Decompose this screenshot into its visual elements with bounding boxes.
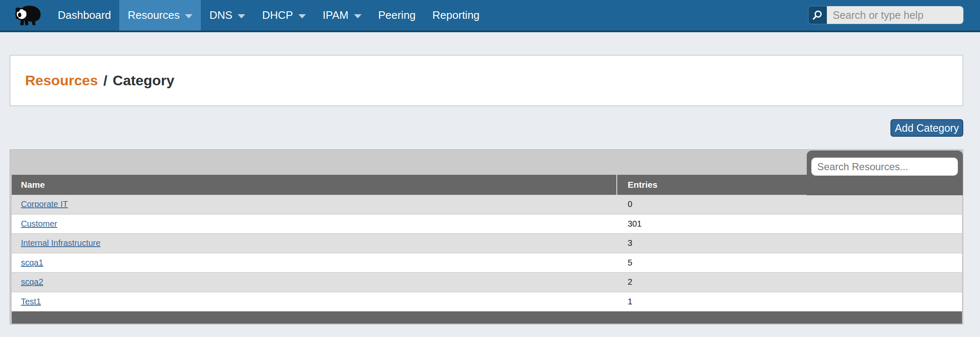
entries-count: 1 (616, 297, 962, 306)
nav-item-resources[interactable]: Resources (119, 0, 201, 31)
page-title: Category (113, 72, 174, 89)
table-row: Corporate IT 0 (12, 195, 962, 214)
global-search (808, 6, 963, 24)
category-link[interactable]: Customer (21, 219, 57, 228)
breadcrumb-resources-link[interactable]: Resources (25, 72, 98, 89)
chevron-down-icon (238, 14, 245, 18)
category-link[interactable]: Internal Infrastructure (21, 238, 100, 248)
nav-label: Dashboard (58, 9, 111, 22)
breadcrumb-panel: Resources / Category (10, 55, 963, 106)
category-table: Name Entries Corporate IT 0 Customer 301… (10, 149, 963, 324)
nav-item-ipam[interactable]: IPAM (314, 0, 370, 31)
nav-label: Reporting (432, 9, 480, 22)
column-header-name[interactable]: Name (12, 175, 616, 195)
entries-count: 3 (616, 238, 962, 248)
table-row: scqa1 5 (12, 253, 962, 273)
category-link[interactable]: scqa2 (21, 277, 43, 286)
entries-count: 5 (616, 258, 962, 268)
nav-label: IPAM (323, 9, 349, 22)
breadcrumb-separator: / (103, 72, 107, 89)
chevron-down-icon (185, 14, 192, 18)
nav-label: Peering (378, 9, 416, 22)
nav-item-peering[interactable]: Peering (370, 0, 424, 31)
table-row: scqa2 2 (12, 273, 962, 292)
search-icon-button[interactable] (808, 6, 827, 24)
entries-count: 2 (616, 277, 962, 287)
table-footer-bar (12, 311, 962, 324)
nav-item-dhcp[interactable]: DHCP (254, 0, 314, 31)
category-link[interactable]: scqa1 (21, 258, 43, 267)
nav-item-reporting[interactable]: Reporting (424, 0, 488, 31)
table-body: Corporate IT 0 Customer 301 Internal Inf… (10, 195, 963, 311)
nav-label: Resources (128, 9, 180, 22)
nav-label: DNS (209, 9, 232, 22)
top-navbar: Dashboard Resources DNS DHCP IPAM Peerin… (0, 0, 980, 32)
table-row: Internal Infrastructure 3 (12, 234, 962, 253)
global-search-input[interactable] (827, 6, 963, 24)
page: Dashboard Resources DNS DHCP IPAM Peerin… (0, 0, 980, 337)
category-link[interactable]: Corporate IT (21, 199, 68, 209)
table-row: Customer 301 (12, 214, 962, 234)
nav-item-dns[interactable]: DNS (201, 0, 254, 31)
table-search-panel (807, 151, 963, 195)
table-search-input[interactable] (811, 158, 958, 176)
main-nav: Dashboard Resources DNS DHCP IPAM Peerin… (49, 0, 488, 31)
chevron-down-icon (298, 14, 306, 18)
panda-logo-icon[interactable] (13, 4, 44, 27)
nav-label: DHCP (262, 9, 293, 22)
entries-count: 301 (616, 219, 962, 229)
entries-count: 0 (616, 199, 962, 209)
add-category-button[interactable]: Add Category (890, 119, 963, 137)
category-link[interactable]: Test1 (21, 297, 41, 306)
chevron-down-icon (354, 14, 362, 18)
nav-item-dashboard[interactable]: Dashboard (49, 0, 119, 31)
search-icon (812, 9, 824, 21)
table-row: Test1 1 (12, 292, 962, 312)
